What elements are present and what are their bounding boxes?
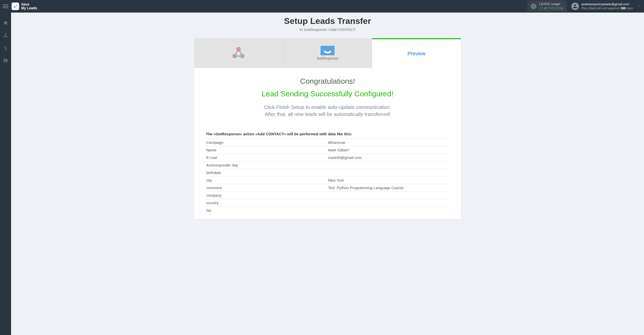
getresponse-logo: GetResponse: [317, 46, 338, 60]
row-key: company: [206, 192, 328, 199]
avatar-icon: [571, 3, 579, 10]
usage-used: 17: [539, 6, 543, 10]
table-row: company: [206, 192, 449, 199]
tab-destination[interactable]: GetResponse: [283, 38, 372, 68]
usage-label: LEADS usage:: [539, 2, 563, 6]
svg-point-7: [234, 55, 236, 57]
svg-point-2: [6, 36, 7, 37]
table-row: Autoresponder day: [206, 161, 449, 169]
webhook-icon: [231, 46, 246, 60]
hint-line1: Click Finish Setup to enable auto-update…: [206, 104, 449, 111]
table-row: Campaigntikhanovar: [206, 139, 449, 146]
logo-icon[interactable]: [12, 3, 19, 10]
usage-text: LEADS usage: 17 of 2'000 (1%): [539, 2, 563, 11]
usage-box[interactable]: i LEADS usage: 17 of 2'000 (1%): [527, 1, 567, 12]
row-value: tikhanovar: [328, 139, 449, 146]
row-value: [328, 169, 449, 177]
brand-line2: My Leads: [21, 6, 37, 10]
success-heading: Lead Sending Successfully Configured!: [206, 90, 449, 98]
row-value: [328, 207, 449, 214]
tabs: GetResponse Preview: [194, 38, 461, 68]
row-key: E-mail: [206, 154, 328, 161]
row-value: [328, 161, 449, 169]
page-title: Setup Leads Transfer: [11, 16, 644, 26]
table-row: fax: [206, 207, 449, 214]
page-subtitle: to GetResponse / Add CONTACT: [11, 27, 644, 32]
row-key: Autoresponder day: [206, 161, 328, 169]
account-email: andrewsavemyleads@gmail.com: [581, 2, 633, 7]
row-value: [328, 199, 449, 207]
chevron-down-icon[interactable]: [638, 4, 641, 9]
row-value: mark99@gmail.com: [328, 154, 449, 161]
row-key: birthdate: [206, 169, 328, 177]
tab-source[interactable]: [194, 38, 283, 68]
setup-card: GetResponse Preview Congratulations! Lea…: [194, 38, 461, 219]
topbar: Save My Leads . i LEADS usage: 17 of 2'0…: [0, 0, 644, 13]
table-row: cityNew York: [206, 177, 449, 184]
table-row: commentText :Python Programming Language…: [206, 184, 449, 192]
tab-preview-label: Preview: [408, 51, 425, 57]
data-table: CampaigntikhanovarNameMark Gilbert`E-mai…: [206, 139, 449, 214]
hint-line2: After that, all new leads will be automa…: [206, 111, 449, 118]
sidebar: [0, 13, 11, 335]
table-row: country: [206, 199, 449, 207]
brand-dot: .: [37, 6, 39, 10]
svg-point-0: [5, 33, 6, 34]
getresponse-label: GetResponse: [317, 56, 338, 60]
sidebar-home-icon[interactable]: [3, 20, 8, 26]
getresponse-badge-icon: [320, 46, 335, 55]
menu-toggle-button[interactable]: [3, 3, 9, 9]
tab-preview[interactable]: Preview: [372, 38, 461, 68]
info-icon: i: [531, 4, 536, 9]
table-row: birthdate: [206, 169, 449, 177]
row-key: fax: [206, 207, 328, 214]
svg-point-1: [4, 36, 5, 37]
sidebar-profile-icon[interactable]: [3, 58, 8, 63]
hint-text: Click Finish Setup to enable auto-update…: [206, 104, 449, 118]
card-content: Congratulations! Lead Sending Successful…: [194, 68, 461, 219]
row-key: country: [206, 199, 328, 207]
row-value: Text :Python Programming Language Course: [328, 184, 449, 192]
row-value: New York: [328, 177, 449, 184]
row-key: Name: [206, 146, 328, 154]
account-text: andrewsavemyleads@gmail.com Plan |Start|…: [581, 2, 633, 10]
plan-prefix: Plan |Start| left until payment: [581, 7, 620, 10]
sidebar-billing-icon[interactable]: [3, 45, 8, 51]
row-value: Mark Gilbert`: [328, 146, 449, 154]
brand-line1: Save: [21, 3, 39, 6]
row-key: city: [206, 177, 328, 184]
action-title: The «GetResponse» action «Add CONTACT» w…: [206, 132, 449, 136]
row-value: [328, 192, 449, 199]
account-menu[interactable]: andrewsavemyleads@gmail.com Plan |Start|…: [571, 2, 633, 10]
table-row: NameMark Gilbert`: [206, 146, 449, 154]
congrats-heading: Congratulations!: [206, 77, 449, 86]
row-key: comment: [206, 184, 328, 192]
svg-point-6: [238, 48, 239, 50]
row-key: Campaign: [206, 139, 328, 146]
brand-name: Save My Leads .: [21, 3, 39, 10]
main-content: Setup Leads Transfer to GetResponse / Ad…: [11, 13, 644, 335]
sidebar-connections-icon[interactable]: [3, 33, 8, 38]
svg-point-8: [242, 55, 243, 57]
table-row: E-mailmark99@gmail.com: [206, 154, 449, 161]
